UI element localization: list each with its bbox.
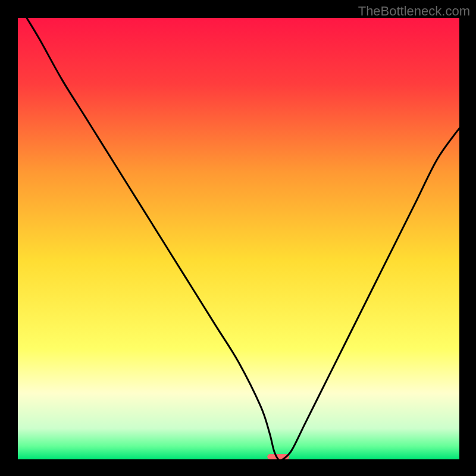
watermark-text: TheBottleneck.com <box>358 4 470 19</box>
chart-container: TheBottleneck.com <box>0 0 476 476</box>
bottleneck-chart-svg <box>18 18 459 459</box>
plot-area <box>18 18 459 459</box>
gradient-background <box>18 18 459 459</box>
